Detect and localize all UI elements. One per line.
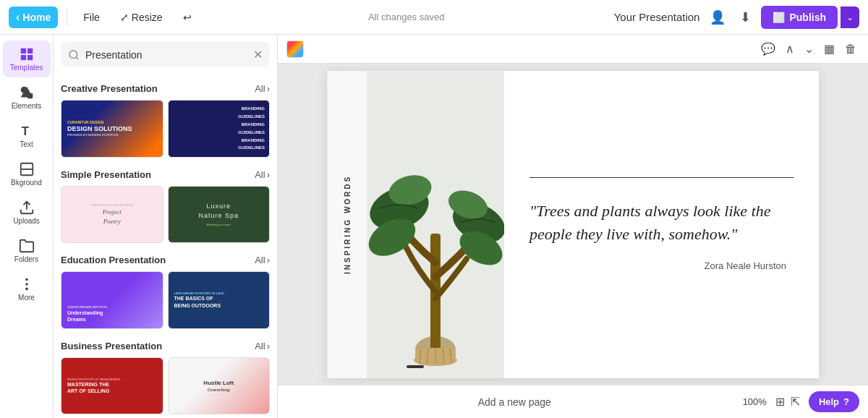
slide-author-text: Zora Neale Hurston	[529, 260, 786, 271]
icon-sidebar: Templates Elements T Text Bkground	[0, 35, 54, 418]
text-icon: T	[19, 123, 35, 139]
slide-quote-text: "Trees and plants always look like the p…	[529, 200, 793, 246]
chevron-right-icon-4: ›	[267, 341, 270, 351]
slide-area: Inspiring words INSPIRING WORDS	[278, 64, 868, 385]
svg-line-15	[76, 57, 78, 59]
svg-rect-2	[20, 55, 25, 60]
download-button[interactable]: ⬇	[736, 5, 755, 30]
template-card-creative-1[interactable]: CURABITUR DESIGN Design Solutions Provid…	[61, 100, 163, 158]
duplicate-icon-button[interactable]: ▦	[821, 39, 838, 59]
sidebar-item-text[interactable]: T Text	[3, 117, 51, 154]
creative-section-title: Creative Presentation	[61, 83, 158, 94]
chevron-right-icon-2: ›	[267, 169, 270, 180]
template-sections: Creative Presentation All › CURABITUR DE…	[54, 74, 277, 418]
chevron-down-icon-button[interactable]: ⌄	[801, 39, 817, 59]
publish-label: Publish	[789, 12, 826, 23]
template-card-edu-1[interactable]: JUNIOR DREAMS INSTITUTE UnderstandingDre…	[61, 271, 163, 329]
publish-icon: ⬜	[773, 12, 785, 23]
slide-divider-line	[529, 177, 793, 178]
template-card-edu-2[interactable]: LAKE DREAM OUTDOORS VILLAGE THE BASICS O…	[168, 271, 271, 329]
sidebar-item-elements[interactable]: Elements	[3, 79, 51, 116]
comment-icon-button[interactable]: 💬	[758, 39, 778, 59]
sidebar-item-uploads-label: Uploads	[13, 217, 40, 225]
template-card-biz-2[interactable]: Hustle Loft Coworking	[168, 357, 271, 415]
add-page-button[interactable]: Add a new page	[286, 396, 743, 408]
background-icon	[19, 161, 35, 177]
resize-label: Resize	[132, 12, 163, 23]
simple-section-header: Simple Presentation All ›	[61, 161, 270, 186]
publish-button[interactable]: ⬜ Publish	[761, 6, 838, 29]
creative-section-all[interactable]: All ›	[255, 83, 270, 94]
grid-view-button[interactable]: ⊞	[773, 392, 788, 411]
canvas-toolbar-right: 💬 ∧ ⌄ ▦ 🗑	[758, 39, 859, 59]
sidebar-item-templates-label: Templates	[10, 64, 43, 72]
file-label: File	[83, 12, 100, 23]
grid-icon: ⊞	[775, 396, 785, 408]
business-section-all[interactable]: All ›	[255, 341, 270, 351]
resize-button[interactable]: ⤢ Resize	[113, 7, 170, 27]
business-section-header: Business Presentation All ›	[61, 332, 270, 357]
more-icon	[19, 276, 35, 292]
top-navigation: ‹ Home File ⤢ Resize ↩ All changes saved…	[0, 0, 868, 35]
education-section-header: Education Presentation All ›	[61, 246, 270, 271]
sidebar-item-templates[interactable]: Templates	[3, 40, 51, 77]
template-card-simple-2[interactable]: Luxure Nature Spa Anything you want	[168, 186, 271, 244]
help-question-icon: ?	[843, 396, 849, 407]
chevron-up-icon-button[interactable]: ∧	[783, 39, 797, 59]
education-section-title: Education Presentation	[61, 255, 166, 265]
chevron-right-icon: ›	[267, 83, 270, 94]
fit-icon: ⇱	[791, 396, 800, 408]
fit-screen-button[interactable]: ⇱	[788, 392, 803, 411]
template-card-biz-1[interactable]: WORLD INSTITUTE OF MANAGEMENT MASTERING …	[61, 357, 163, 415]
templates-icon	[19, 46, 35, 62]
creative-template-grid: CURABITUR DESIGN Design Solutions Provid…	[61, 100, 270, 158]
sidebar-item-folders[interactable]: Folders	[3, 232, 51, 269]
home-button[interactable]: ‹ Home	[9, 7, 58, 28]
sidebar-item-folders-label: Folders	[14, 255, 38, 263]
share-icon-button[interactable]: 👤	[705, 5, 730, 30]
business-template-grid: WORLD INSTITUTE OF MANAGEMENT MASTERING …	[61, 357, 270, 415]
add-page-label: Add a new page	[478, 396, 551, 408]
sidebar-item-background[interactable]: Bkground	[3, 155, 51, 192]
bottom-bar: Add a new page 100% ⊞ ⇱ Help ?	[278, 385, 868, 418]
undo-button[interactable]: ↩	[176, 7, 199, 27]
sidebar-item-more[interactable]: More	[3, 270, 51, 307]
education-section-all[interactable]: All ›	[255, 255, 270, 265]
svg-point-13	[25, 288, 28, 291]
help-button[interactable]: Help ?	[809, 391, 859, 412]
svg-rect-3	[27, 55, 32, 60]
template-card-creative-2[interactable]: BRANDINGGUIDELINESBRANDINGGUIDELINESBRAN…	[168, 100, 271, 158]
help-label: Help	[819, 396, 839, 407]
svg-rect-0	[20, 48, 25, 54]
upload-icon	[19, 200, 35, 216]
business-section-title: Business Presentation	[61, 341, 162, 351]
search-bar: ✕	[61, 42, 270, 67]
nav-title: Your Presentation	[614, 11, 700, 23]
search-clear-button[interactable]: ✕	[253, 48, 263, 61]
undo-icon: ↩	[183, 12, 192, 23]
sidebar-item-uploads[interactable]: Uploads	[3, 194, 51, 231]
plant-illustration	[367, 74, 504, 378]
slide-plant-image	[367, 71, 504, 378]
simple-section-all[interactable]: All ›	[255, 169, 270, 180]
svg-point-12	[25, 283, 28, 286]
svg-point-14	[69, 51, 77, 59]
svg-text:T: T	[21, 124, 28, 137]
template-card-simple-1[interactable]: CREATIVETALES DESIGN Project Poetry	[61, 186, 163, 244]
delete-icon-button[interactable]: 🗑	[842, 39, 859, 59]
slide-frame[interactable]: INSPIRING WORDS	[327, 71, 819, 378]
chevron-left-icon: ‹	[16, 11, 20, 24]
svg-rect-1	[27, 48, 32, 54]
simple-section-title: Simple Presentation	[61, 169, 151, 180]
folder-icon	[19, 238, 35, 254]
publish-dropdown-button[interactable]: ⌄	[841, 7, 859, 28]
search-input[interactable]	[85, 49, 247, 61]
slide-vertical-text: INSPIRING WORDS	[327, 71, 367, 378]
templates-panel: ✕ Creative Presentation All › CURABITUR …	[54, 35, 278, 418]
education-template-grid: JUNIOR DREAMS INSTITUTE UnderstandingDre…	[61, 271, 270, 329]
canvas-toolbar: 💬 ∧ ⌄ ▦ 🗑	[278, 35, 868, 64]
elements-icon	[19, 85, 35, 101]
sidebar-item-more-label: More	[18, 294, 35, 302]
color-picker[interactable]	[286, 40, 304, 58]
file-button[interactable]: File	[76, 7, 107, 27]
